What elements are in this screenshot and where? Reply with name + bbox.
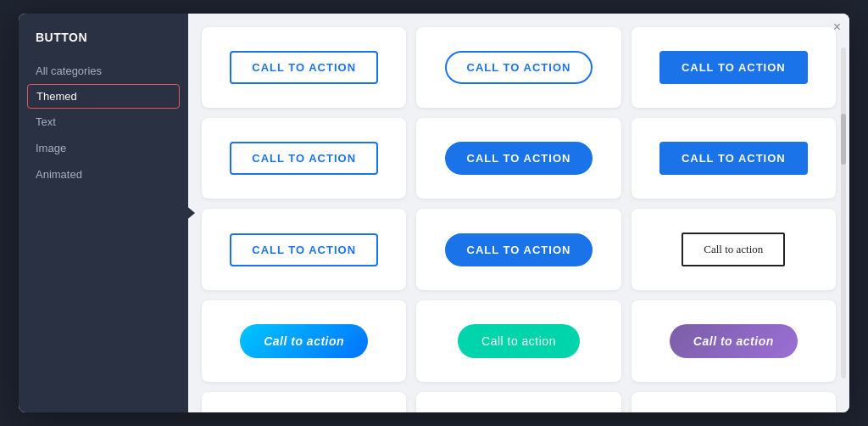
button-grid: CALL TO ACTION CALL TO ACTION CALL TO AC… bbox=[202, 27, 836, 412]
card-5-2[interactable]: CALL TO ACTION bbox=[416, 392, 620, 412]
close-button[interactable]: × bbox=[833, 20, 841, 34]
card-1-1[interactable]: CALL TO ACTION bbox=[202, 27, 406, 108]
btn-4-3[interactable]: Call to action bbox=[670, 324, 798, 358]
sidebar-item-all-categories[interactable]: All categories bbox=[19, 58, 188, 84]
btn-3-3[interactable]: Call to action bbox=[682, 233, 785, 266]
card-1-3[interactable]: CALL TO ACTION bbox=[632, 27, 836, 108]
main-content: CALL TO ACTION CALL TO ACTION CALL TO AC… bbox=[188, 14, 849, 412]
sidebar-item-text[interactable]: Text bbox=[19, 109, 188, 135]
card-2-2[interactable]: CALL TO ACTION bbox=[416, 118, 620, 199]
card-3-3[interactable]: Call to action bbox=[632, 209, 836, 290]
sidebar-title: BUTTON bbox=[19, 31, 188, 58]
card-2-1[interactable]: CALL TO ACTION bbox=[202, 118, 406, 199]
sidebar-arrow bbox=[185, 205, 195, 221]
btn-2-3[interactable]: CALL TO ACTION bbox=[659, 142, 808, 175]
card-5-3[interactable]: Call to action bbox=[632, 392, 836, 412]
btn-1-3[interactable]: CALL TO ACTION bbox=[659, 51, 808, 84]
sidebar-item-image[interactable]: Image bbox=[19, 135, 188, 161]
scrollbar-track bbox=[841, 48, 846, 378]
card-5-1[interactable]: Call to action bbox=[202, 392, 406, 412]
button-picker-modal: × BUTTON All categories Themed Text Imag… bbox=[19, 14, 849, 412]
scrollbar-thumb[interactable] bbox=[841, 114, 846, 165]
btn-3-2[interactable]: CALL TO ACTION bbox=[445, 233, 593, 266]
btn-4-2[interactable]: Call to action bbox=[458, 324, 580, 358]
card-1-2[interactable]: CALL TO ACTION bbox=[416, 27, 620, 108]
card-2-3[interactable]: CALL TO ACTION bbox=[632, 118, 836, 199]
btn-1-1[interactable]: CALL TO ACTION bbox=[230, 51, 378, 84]
sidebar-item-animated[interactable]: Animated bbox=[19, 161, 188, 188]
btn-2-2[interactable]: CALL TO ACTION bbox=[445, 142, 593, 175]
card-3-1[interactable]: CALL TO ACTION bbox=[202, 209, 406, 290]
card-4-1[interactable]: Call to action bbox=[202, 300, 406, 382]
card-3-2[interactable]: CALL TO ACTION bbox=[416, 209, 620, 290]
sidebar-item-themed[interactable]: Themed bbox=[27, 84, 180, 109]
card-4-2[interactable]: Call to action bbox=[416, 300, 620, 382]
btn-2-1[interactable]: CALL TO ACTION bbox=[230, 142, 378, 175]
btn-1-2[interactable]: CALL TO ACTION bbox=[445, 51, 593, 84]
btn-3-1[interactable]: CALL TO ACTION bbox=[230, 233, 378, 266]
card-4-3[interactable]: Call to action bbox=[632, 300, 836, 382]
sidebar: BUTTON All categories Themed Text Image … bbox=[19, 14, 188, 412]
btn-4-1[interactable]: Call to action bbox=[240, 324, 368, 358]
